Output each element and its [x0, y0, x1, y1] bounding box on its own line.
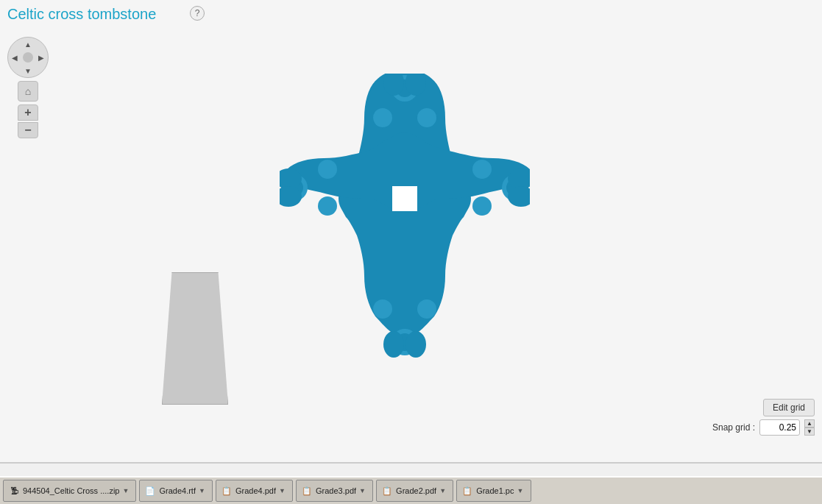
taskbar-item-grade1-pdf[interactable]: 📋Grade1.pc▼: [456, 480, 531, 502]
nav-up-arrow[interactable]: ▲: [21, 38, 35, 51]
nav-center[interactable]: [23, 52, 33, 63]
taskbar-dropdown-grade4-rtf[interactable]: ▼: [199, 487, 208, 494]
svg-point-3: [373, 108, 392, 127]
taskbar-pdf-icon: 📋: [461, 485, 473, 497]
svg-point-12: [318, 196, 337, 216]
celtic-cross-svg: [280, 74, 530, 368]
taskbar-dropdown-grade4-pdf[interactable]: ▼: [279, 487, 288, 494]
compass-control[interactable]: ▲ ◀ ▶ ▼: [7, 37, 49, 78]
snap-grid-input[interactable]: [759, 419, 800, 436]
taskbar-zip-icon: 🗜: [8, 485, 20, 497]
taskbar-label-zip-file: 944504_Celtic Cross ....zip: [23, 486, 119, 495]
tombstone-shape: [162, 272, 228, 405]
page-title: Celtic cross tombstone: [7, 6, 156, 23]
svg-point-11: [318, 160, 337, 179]
viewport-bottom-border: [0, 462, 822, 464]
compass-blank-tr: [35, 38, 48, 51]
taskbar-pdf-icon: 📋: [301, 485, 313, 497]
taskbar-doc-icon: 📄: [144, 485, 156, 497]
spinner-down-button[interactable]: ▼: [804, 427, 815, 436]
compass-blank-bl: [8, 64, 21, 77]
taskbar-dropdown-zip-file[interactable]: ▼: [122, 487, 131, 494]
taskbar-pdf-icon: 📋: [381, 485, 393, 497]
snap-grid-label: Snap grid :: [712, 422, 755, 433]
svg-point-8: [417, 299, 436, 319]
nav-down-arrow[interactable]: ▼: [21, 64, 35, 77]
taskbar-item-grade2-pdf[interactable]: 📋Grade2.pdf▼: [376, 480, 453, 502]
scene-area: Celtic cross tombstone ? ▲ ◀ ▶ ▼ ⌂ +: [0, 0, 822, 464]
bottom-controls: Edit grid Snap grid : ▲ ▼: [712, 399, 815, 436]
taskbar-label-grade3-pdf: Grade3.pdf: [316, 486, 356, 495]
svg-point-16: [472, 196, 492, 216]
compass-blank-br: [35, 64, 48, 77]
taskbar-label-grade2-pdf: Grade2.pdf: [396, 486, 436, 495]
spinner-up-button[interactable]: ▲: [804, 419, 815, 427]
taskbar-item-zip-file[interactable]: 🗜944504_Celtic Cross ....zip▼: [3, 480, 136, 502]
taskbar-pdf-icon: 📋: [221, 485, 233, 497]
svg-point-7: [373, 299, 392, 319]
taskbar-label-grade4-pdf: Grade4.pdf: [235, 486, 276, 495]
main-viewport: Celtic cross tombstone ? ▲ ◀ ▶ ▼ ⌂ +: [0, 0, 822, 464]
nav-left-arrow[interactable]: ◀: [8, 51, 21, 64]
snap-grid-spinner: ▲ ▼: [804, 419, 815, 436]
nav-right-arrow[interactable]: ▶: [35, 51, 48, 64]
taskbar: 🗜944504_Celtic Cross ....zip▼📄Grade4.rtf…: [0, 476, 822, 504]
help-button[interactable]: ?: [190, 6, 205, 21]
compass-blank-tl: [8, 38, 21, 51]
taskbar-item-grade3-pdf[interactable]: 📋Grade3.pdf▼: [296, 480, 373, 502]
taskbar-item-grade4-pdf[interactable]: 📋Grade4.pdf▼: [216, 480, 293, 502]
snap-grid-row: Snap grid : ▲ ▼: [712, 419, 815, 436]
zoom-out-button[interactable]: −: [18, 122, 38, 138]
svg-point-19: [383, 331, 404, 358]
nav-controls: ▲ ◀ ▶ ▼ ⌂ + −: [7, 37, 49, 138]
taskbar-dropdown-grade1-pdf[interactable]: ▼: [517, 487, 526, 494]
zoom-controls: + −: [18, 104, 38, 138]
taskbar-label-grade1-pdf: Grade1.pc: [476, 486, 514, 495]
svg-point-15: [472, 160, 492, 179]
home-button[interactable]: ⌂: [18, 81, 38, 102]
svg-rect-0: [392, 186, 417, 211]
taskbar-item-grade4-rtf[interactable]: 📄Grade4.rtf▼: [139, 480, 213, 502]
tombstone-base: [162, 272, 228, 405]
edit-grid-button[interactable]: Edit grid: [763, 399, 815, 416]
svg-point-4: [417, 108, 436, 127]
zoom-in-button[interactable]: +: [18, 104, 38, 121]
taskbar-dropdown-grade3-pdf[interactable]: ▼: [359, 487, 368, 494]
celtic-cross: [280, 74, 530, 371]
svg-point-20: [405, 331, 426, 358]
taskbar-dropdown-grade2-pdf[interactable]: ▼: [439, 487, 448, 494]
taskbar-label-grade4-rtf: Grade4.rtf: [159, 486, 196, 495]
